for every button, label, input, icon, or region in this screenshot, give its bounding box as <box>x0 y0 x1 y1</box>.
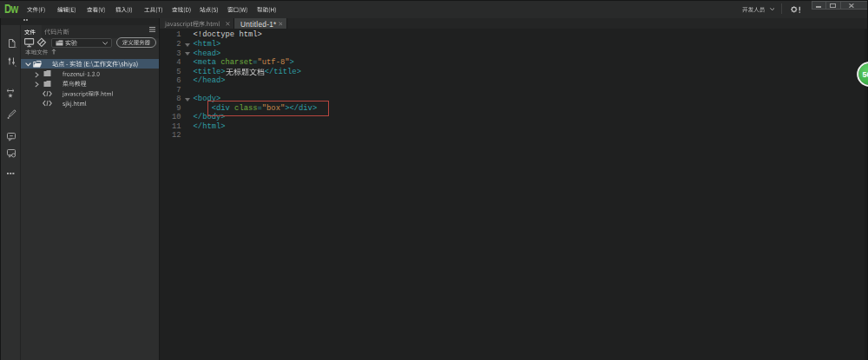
svg-text:56: 56 <box>862 70 868 79</box>
